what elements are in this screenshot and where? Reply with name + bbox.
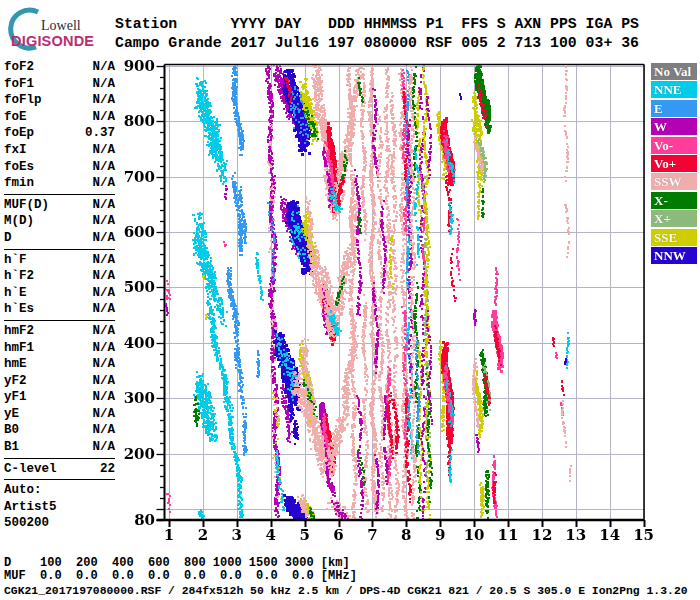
x-tick-label: 5 (292, 527, 318, 543)
divider (4, 249, 115, 250)
legend-item-x+: X+ (651, 210, 697, 227)
param-label: foFlp (4, 92, 42, 109)
y-tick-label: 800 (107, 113, 155, 129)
param-row: B0N/A (4, 422, 115, 439)
param-label: foEp (4, 125, 34, 142)
param-row: MUF(D)N/A (4, 197, 115, 214)
param-value: N/A (92, 422, 115, 439)
logo-lowell-text: Lowell (41, 18, 81, 34)
param-value: N/A (92, 76, 115, 93)
x-tick-label: 7 (359, 527, 385, 543)
x-tick-label: 2 (190, 527, 216, 543)
param-value: 22 (100, 461, 115, 478)
y-tick-label: 600 (107, 224, 155, 240)
param-row: yF2N/A (4, 373, 115, 390)
param-label: h`Es (4, 301, 34, 318)
param-label: yF2 (4, 373, 27, 390)
param-label: fmin (4, 175, 34, 192)
param-label: foF1 (4, 76, 34, 93)
param-label: Auto: (4, 482, 42, 499)
param-label: yF1 (4, 389, 27, 406)
divider (4, 320, 115, 321)
param-value: N/A (92, 356, 115, 373)
y-tick-label: 400 (107, 335, 155, 351)
legend-item-vo+: Vo+ (651, 155, 697, 172)
x-tick-label: 13 (563, 527, 589, 543)
status-line: CGK21_2017197080000.RSF / 284fx512h 50 k… (4, 585, 688, 597)
y-tick-label: 200 (107, 446, 155, 462)
y-tick-label: 500 (107, 279, 155, 295)
y-tick-label: 80 (107, 512, 155, 528)
x-tick-label: 3 (224, 527, 250, 543)
echo-direction-legend: No ValNNEEWVo-Vo+SSWX-X+SSENNW (651, 63, 697, 265)
x-tick-label: 14 (597, 527, 623, 543)
ionogram-plot (130, 56, 670, 536)
legend-item-nnw: NNW (651, 247, 697, 264)
y-tick-label: 900 (107, 58, 155, 74)
param-row: DN/A (4, 230, 115, 247)
param-row: fxIN/A (4, 142, 115, 159)
param-label: hmF2 (4, 323, 34, 340)
param-row: B1N/A (4, 439, 115, 456)
param-row: yEN/A (4, 406, 115, 423)
param-label: foE (4, 109, 27, 126)
param-label: 500200 (4, 515, 49, 532)
param-row: foF1N/A (4, 76, 115, 93)
param-row: M(D)N/A (4, 213, 115, 230)
legend-item-sse: SSE (651, 229, 697, 246)
param-label: hmE (4, 356, 27, 373)
header-station-values: Campo Grande 2017 Jul16 197 080000 RSF 0… (115, 34, 639, 52)
y-tick-label: 700 (107, 169, 155, 185)
param-row: foEp0.37 (4, 125, 115, 142)
param-label: B1 (4, 439, 19, 456)
divider (4, 194, 115, 195)
param-row: hmF2N/A (4, 323, 115, 340)
param-row: 500200 (4, 515, 115, 532)
param-label: C-level (4, 461, 57, 478)
x-tick-label: 10 (461, 527, 487, 543)
y-tick-label: 300 (107, 390, 155, 406)
muf-row: MUF 0.0 0.0 0.0 0.0 0.0 0.0 0.0 0.0 [MHz… (4, 570, 357, 583)
param-row: h`EsN/A (4, 301, 115, 318)
logo-digisonde-text: DIGISONDE (11, 33, 94, 49)
parameter-panel: foF2N/AfoF1N/AfoFlpN/AfoEN/AfoEp0.37fxIN… (4, 59, 115, 532)
param-value: N/A (92, 92, 115, 109)
param-label: M(D) (4, 213, 34, 230)
x-tick-label: 12 (529, 527, 555, 543)
param-label: Artist5 (4, 499, 57, 516)
legend-item-ssw: SSW (651, 173, 697, 190)
param-row: h`FN/A (4, 252, 115, 269)
param-value: N/A (92, 142, 115, 159)
param-value: N/A (92, 197, 115, 214)
lowell-digisonde-logo: Lowell DIGISONDE (4, 4, 114, 54)
param-label: h`E (4, 285, 27, 302)
x-tick-label: 4 (258, 527, 284, 543)
legend-item-vo-: Vo- (651, 137, 697, 154)
param-label: D (4, 230, 12, 247)
x-tick-label: 15 (631, 527, 657, 543)
param-row: foEsN/A (4, 159, 115, 176)
param-row: Auto: (4, 482, 115, 499)
x-tick-label: 11 (495, 527, 521, 543)
param-row: h`EN/A (4, 285, 115, 302)
x-tick-label: 9 (427, 527, 453, 543)
param-label: B0 (4, 422, 19, 439)
param-row: fminN/A (4, 175, 115, 192)
param-label: yE (4, 406, 19, 423)
param-label: foEs (4, 159, 34, 176)
param-row: foFlpN/A (4, 92, 115, 109)
param-label: hmF1 (4, 340, 34, 357)
legend-item-w: W (651, 118, 697, 135)
param-label: MUF(D) (4, 197, 49, 214)
param-value: N/A (92, 301, 115, 318)
param-row: h`F2N/A (4, 268, 115, 285)
param-value: N/A (92, 252, 115, 269)
digisonde-ionogram-screen: Lowell DIGISONDE Station YYYY DAY DDD HH… (0, 0, 700, 600)
param-row: C-level22 (4, 461, 115, 478)
x-tick-label: 6 (326, 527, 352, 543)
legend-item-nne: NNE (651, 81, 697, 98)
param-label: h`F (4, 252, 27, 269)
param-value: N/A (92, 406, 115, 423)
x-tick-label: 1 (156, 527, 182, 543)
legend-item-no-val: No Val (651, 63, 697, 80)
